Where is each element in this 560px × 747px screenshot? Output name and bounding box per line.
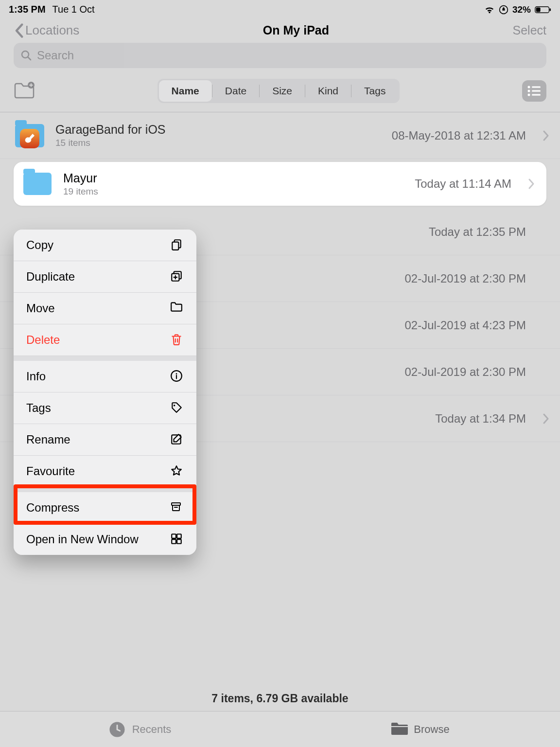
sort-kind[interactable]: Kind [305,80,351,102]
duplicate-icon [170,270,184,284]
svg-point-8 [528,90,530,92]
folder-outline-icon [170,302,184,315]
svg-rect-20 [172,503,180,505]
menu-duplicate[interactable]: Duplicate [14,261,196,293]
svg-rect-13 [172,242,178,250]
back-button[interactable]: Locations [14,23,79,38]
search-field[interactable] [14,43,546,68]
tab-browse-label: Browse [414,723,449,736]
status-date: Tue 1 Oct [52,4,95,15]
file-row[interactable]: Mayur19 itemsToday at 11:14 AM [14,162,546,206]
chevron-left-icon [14,23,24,38]
nav-bar: Locations On My iPad Select [0,17,560,43]
clock-icon [109,721,125,738]
tab-recents-label: Recents [132,723,172,736]
svg-rect-11 [532,94,541,96]
toolbar: NameDateSizeKindTags [0,68,560,112]
edit-icon [170,433,184,446]
tag-icon [170,401,184,415]
svg-point-17 [176,373,177,374]
sort-size[interactable]: Size [260,80,305,102]
svg-point-18 [174,405,175,406]
file-date: 02-Jul-2019 at 2:30 PM [405,365,526,379]
file-date: Today at 1:34 PM [435,412,526,426]
page-title: On My iPad [263,23,329,37]
garageband-icon [15,121,45,151]
menu-item-label: Rename [26,433,70,446]
menu-move[interactable]: Move [14,293,196,324]
menu-item-label: Copy [26,238,53,252]
folder-icon [22,169,52,199]
chevron-right-icon [542,130,549,142]
menu-favourite[interactable]: Favourite [14,456,196,487]
file-date: Today at 12:35 PM [429,225,526,239]
status-bar: 1:35 PM Tue 1 Oct 32% [0,0,560,17]
tab-bar: Recents Browse [0,711,560,747]
sort-name[interactable]: Name [159,80,212,102]
file-date: 02-Jul-2019 at 4:23 PM [405,319,526,332]
menu-item-label: Delete [26,333,60,347]
chevron-right-icon [542,413,549,425]
svg-rect-2 [536,7,541,12]
svg-rect-3 [549,8,551,11]
search-input[interactable] [37,49,540,62]
file-name: GarageBand for iOS [55,123,381,137]
menu-open-in-new-window[interactable]: Open in New Window [14,524,196,555]
new-folder-button[interactable] [14,82,35,100]
menu-item-label: Favourite [26,464,75,478]
menu-rename[interactable]: Rename [14,424,196,456]
status-time: 1:35 PM [9,4,46,15]
menu-tags[interactable]: Tags [14,392,196,424]
folder-icon [390,721,407,738]
copy-icon [170,238,184,252]
svg-rect-9 [532,90,541,92]
sort-tags[interactable]: Tags [351,80,398,102]
menu-delete[interactable]: Delete [14,324,196,356]
menu-compress[interactable]: Compress [14,487,196,524]
list-view-button[interactable] [522,80,546,102]
file-subtitle: 19 items [63,186,404,197]
file-name: Mayur [63,171,404,185]
svg-point-6 [528,86,530,89]
svg-rect-23 [172,539,176,544]
svg-point-10 [528,94,530,96]
search-icon [20,50,32,61]
trash-icon [170,333,184,347]
back-label: Locations [25,23,79,38]
svg-rect-22 [177,534,181,538]
file-date: Today at 11:14 AM [415,177,511,191]
tab-browse[interactable]: Browse [280,711,560,747]
star-icon [170,464,184,478]
svg-rect-24 [177,539,181,544]
chevron-right-icon [528,178,535,190]
grid-icon [170,533,184,546]
menu-item-label: Open in New Window [26,533,139,546]
select-button[interactable]: Select [513,23,546,37]
file-date: 08-May-2018 at 12:31 AM [392,129,526,142]
tab-recents[interactable]: Recents [0,711,280,747]
sort-date[interactable]: Date [212,80,259,102]
orientation-lock-icon [499,5,508,15]
file-date: 02-Jul-2019 at 2:30 PM [405,272,526,285]
battery-icon [535,6,551,14]
svg-rect-26 [391,726,408,727]
menu-info[interactable]: Info [14,356,196,392]
battery-pct: 32% [512,4,531,15]
menu-item-label: Info [26,370,46,383]
menu-copy[interactable]: Copy [14,230,196,261]
list-icon [527,85,542,97]
context-menu: CopyDuplicateMoveDeleteInfoTagsRenameFav… [14,230,196,555]
info-icon [170,370,184,383]
file-row[interactable]: GarageBand for iOS15 items08-May-2018 at… [0,112,560,159]
sort-segmented: NameDateSizeKindTags [158,79,400,103]
archive-icon [170,501,184,515]
menu-item-label: Tags [26,401,51,415]
svg-rect-21 [172,534,176,538]
menu-item-label: Duplicate [26,270,75,284]
file-subtitle: 15 items [55,138,381,148]
svg-rect-7 [532,87,541,88]
menu-item-label: Move [26,302,55,315]
menu-item-label: Compress [26,501,79,515]
storage-summary: 7 items, 6.79 GB available [0,692,560,705]
wifi-icon [484,5,495,14]
